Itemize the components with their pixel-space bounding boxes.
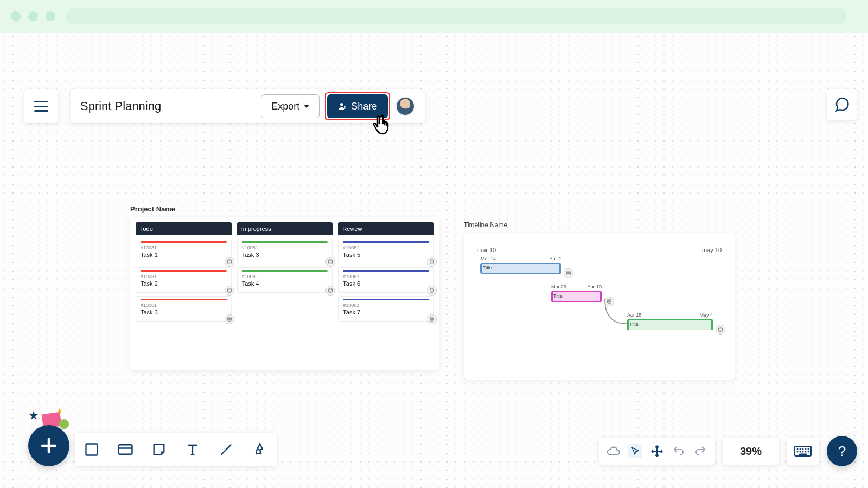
keyboard-button[interactable] [787, 438, 819, 465]
bottom-right-controls: 39% ? [599, 436, 857, 466]
zoom-control[interactable]: 39% [723, 438, 779, 465]
timeline-connector [602, 297, 635, 335]
url-bar[interactable] [66, 8, 846, 24]
database-icon[interactable] [716, 325, 725, 335]
undo-icon [672, 445, 685, 458]
axis-start-label: mar 10 [477, 247, 496, 253]
bar-start-label: Mar 14 [481, 256, 496, 261]
help-button[interactable]: ? [827, 436, 857, 466]
database-icon[interactable] [225, 314, 234, 324]
card-icon [117, 441, 133, 458]
kanban-column-header: Review [338, 222, 434, 235]
card-name: Task 3 [242, 252, 328, 258]
kanban-column[interactable]: In progress#10081Task 3#10081Task 4 [237, 222, 333, 322]
card-name: Task 5 [343, 252, 429, 258]
comments-button[interactable] [827, 89, 857, 120]
question-icon: ? [838, 443, 846, 460]
card-id: #10081 [242, 245, 328, 251]
sticky-note-tool[interactable] [150, 440, 168, 459]
kanban-column[interactable]: Todo#10081Task 1#10081Task 2#10081Task 3 [136, 222, 232, 322]
card-id: #10081 [242, 274, 328, 279]
database-icon[interactable] [326, 286, 335, 296]
kanban-card[interactable]: #10081Task 3 [136, 296, 232, 322]
svg-marker-16 [29, 411, 38, 420]
cursor-hand-icon [372, 113, 399, 143]
database-icon[interactable] [326, 257, 335, 267]
kanban-card[interactable]: #10081Task 4 [237, 267, 333, 293]
bar-title: Title [627, 320, 713, 329]
view-controls [599, 438, 715, 465]
kanban-card[interactable]: #10081Task 7 [338, 296, 434, 322]
bar-end-label: May 4 [699, 312, 713, 318]
database-icon[interactable] [225, 257, 234, 267]
kanban-card[interactable]: #10081Task 2 [136, 267, 232, 293]
timeline-axis: mar 10 may 10 [475, 247, 724, 258]
select-tool[interactable] [628, 444, 642, 458]
svg-point-5 [329, 260, 333, 261]
kanban-card[interactable]: #10081Task 5 [338, 239, 434, 264]
bar-title: Title [551, 292, 602, 300]
svg-point-9 [430, 317, 434, 319]
svg-point-12 [719, 328, 723, 329]
cloud-sync-button[interactable] [607, 444, 621, 458]
cloud-icon [607, 444, 621, 459]
timeline-panel[interactable]: Timeline Name mar 10 may 10 Mar 14Apr 2T… [464, 233, 735, 380]
cursor-icon [630, 445, 640, 458]
pen-icon [252, 442, 267, 457]
kanban-card[interactable]: #10081Task 1 [136, 239, 232, 264]
pan-tool[interactable] [650, 444, 664, 458]
card-tool[interactable] [116, 440, 135, 459]
export-button[interactable]: Export [261, 94, 320, 118]
card-id: #10081 [141, 245, 227, 251]
card-id: #10081 [343, 274, 429, 279]
chat-bubble-icon [834, 97, 850, 113]
card-name: Task 1 [141, 252, 227, 258]
kanban-card[interactable]: #10081Task 6 [338, 267, 434, 293]
svg-point-7 [430, 260, 434, 261]
timeline-bar[interactable]: Mar 29Apr 10Title [551, 291, 602, 302]
svg-point-15 [59, 419, 69, 429]
whiteboard-canvas[interactable]: Sprint Planning Export Share Project Nam… [0, 33, 868, 488]
kanban-title: Project Name [130, 205, 175, 213]
svg-line-26 [221, 445, 232, 455]
svg-point-2 [227, 260, 231, 261]
database-icon[interactable] [427, 314, 437, 324]
text-icon [185, 442, 200, 457]
undo-button[interactable] [672, 444, 686, 458]
database-icon[interactable] [564, 268, 573, 278]
window-traffic-lights [11, 11, 55, 21]
chevron-down-icon [304, 105, 309, 108]
kanban-column[interactable]: Review#10081Task 5#10081Task 6#10081Task… [338, 222, 434, 322]
svg-rect-21 [119, 445, 132, 454]
database-icon[interactable] [427, 286, 437, 296]
svg-point-3 [227, 288, 231, 290]
svg-rect-20 [86, 444, 98, 455]
bar-end-label: Apr 10 [587, 284, 602, 290]
line-tool[interactable] [217, 440, 235, 459]
bar-end-label: Apr 2 [549, 256, 561, 261]
move-icon [650, 445, 663, 458]
add-fab-button[interactable] [28, 425, 69, 466]
timeline-bar[interactable]: Mar 14Apr 2Title [480, 263, 561, 274]
browser-chrome-bar [0, 0, 868, 33]
zoom-value: 39% [730, 445, 771, 458]
kanban-board[interactable]: Project Name Todo#10081Task 1#10081Task … [130, 217, 439, 370]
axis-end-label: may 10 [702, 247, 722, 253]
card-id: #10081 [343, 303, 429, 308]
kanban-card[interactable]: #10081Task 3 [237, 239, 333, 264]
shape-tool[interactable] [82, 440, 101, 459]
square-icon [84, 442, 99, 457]
timeline-bar[interactable]: Apr 15May 4Title [627, 319, 713, 330]
pen-tool[interactable] [251, 440, 269, 459]
svg-point-6 [329, 288, 333, 290]
redo-icon [694, 445, 707, 458]
main-menu-button[interactable] [24, 89, 58, 123]
redo-button[interactable] [693, 444, 707, 458]
database-icon[interactable] [427, 257, 437, 267]
timeline-title: Timeline Name [464, 221, 507, 229]
hamburger-icon [34, 101, 48, 112]
database-icon[interactable] [225, 286, 234, 296]
card-name: Task 3 [141, 309, 227, 316]
document-title[interactable]: Sprint Planning [80, 99, 161, 113]
text-tool[interactable] [183, 440, 202, 459]
